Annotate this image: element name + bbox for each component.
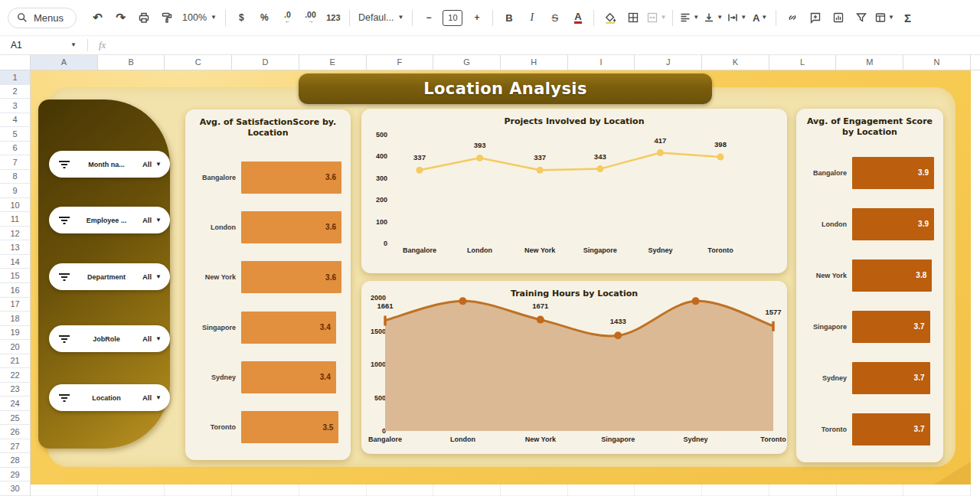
dashboard-canvas: Location Analysis Month na...All▼Employe…: [31, 70, 971, 485]
text-wrap-button[interactable]: ▼: [725, 8, 748, 28]
slicer-employee[interactable]: Employee ...All▼: [49, 207, 170, 233]
chart-card-training[interactable]: Training Hours by Location 2000150010005…: [361, 281, 787, 454]
row-header-2[interactable]: 2: [0, 85, 31, 100]
horizontal-align-button[interactable]: ▼: [678, 8, 701, 28]
bold-button[interactable]: B: [498, 8, 520, 28]
text-color-button[interactable]: A: [567, 8, 589, 28]
functions-button[interactable]: Σ: [897, 8, 919, 28]
column-header-L[interactable]: L: [769, 55, 837, 70]
italic-button[interactable]: I: [521, 8, 543, 28]
svg-text:1671: 1671: [532, 302, 549, 310]
font-family-select[interactable]: Defaul... ▼: [354, 8, 407, 28]
row-header-13[interactable]: 13: [0, 240, 31, 255]
chart-card-satisfaction[interactable]: Avg. of SatisfactionScore by. Location B…: [185, 109, 351, 460]
row-header-8[interactable]: 8: [0, 170, 31, 184]
row-header-29[interactable]: 29: [0, 468, 31, 482]
text-rotation-button[interactable]: A ▼: [749, 8, 771, 28]
formula-input[interactable]: [106, 36, 980, 54]
print-button[interactable]: [132, 8, 155, 28]
row-header-17[interactable]: 17: [0, 298, 31, 312]
row-header-9[interactable]: 9: [0, 184, 31, 198]
row-header-19[interactable]: 19: [0, 326, 31, 341]
column-header-A[interactable]: A: [31, 55, 98, 70]
zoom-control[interactable]: 100% ▼: [178, 8, 220, 28]
row-header-12[interactable]: 12: [0, 227, 31, 241]
column-header-D[interactable]: D: [232, 55, 299, 70]
row-header-5[interactable]: 5: [0, 127, 31, 142]
chart-card-projects[interactable]: Projects Involved by Location 5004003002…: [361, 109, 787, 273]
column-header-B[interactable]: B: [98, 55, 165, 70]
vertical-align-button[interactable]: ▼: [701, 8, 724, 28]
row-header-30[interactable]: 30: [0, 481, 31, 496]
divider: [349, 10, 350, 26]
font-size-input[interactable]: 10: [443, 10, 462, 26]
format-percent-button[interactable]: %: [253, 8, 276, 28]
strikethrough-button[interactable]: S: [544, 8, 566, 28]
decrease-decimal-button[interactable]: .0←: [276, 8, 299, 28]
undo-button[interactable]: ↶: [87, 8, 109, 28]
svg-text:100: 100: [376, 218, 387, 226]
decrease-font-size-button[interactable]: −: [417, 8, 439, 28]
column-header-M[interactable]: M: [836, 55, 903, 70]
row-header-11[interactable]: 11: [0, 212, 31, 227]
row-header-10[interactable]: 10: [0, 198, 31, 213]
paint-format-button[interactable]: [155, 8, 178, 28]
merge-cells-button[interactable]: ▼: [645, 8, 668, 28]
row-header-26[interactable]: 26: [0, 425, 31, 439]
row-header-27[interactable]: 27: [0, 439, 31, 454]
borders-button[interactable]: [622, 8, 644, 28]
name-box[interactable]: A1 ▼: [0, 40, 83, 51]
slicer-department[interactable]: DepartmentAll▼: [49, 263, 170, 290]
insert-link-button[interactable]: [781, 8, 803, 28]
fill-color-button[interactable]: [599, 8, 621, 28]
column-header-H[interactable]: H: [501, 55, 568, 70]
redo-button[interactable]: ↷: [109, 8, 132, 28]
text-rotation-icon: A: [753, 12, 760, 24]
slicer-location[interactable]: LocationAll▼: [49, 384, 170, 411]
row-header-23[interactable]: 23: [0, 383, 31, 397]
column-header-I[interactable]: I: [568, 55, 635, 70]
slicer-jobrole[interactable]: JobRoleAll▼: [49, 325, 170, 352]
slicer-value: All: [142, 393, 152, 402]
bar-row: New York3.8: [804, 250, 934, 301]
row-header-24[interactable]: 24: [0, 396, 31, 411]
more-formats-button[interactable]: 123: [322, 8, 345, 28]
column-header-F[interactable]: F: [367, 55, 434, 70]
row-header-3[interactable]: 3: [0, 99, 31, 113]
column-header-J[interactable]: J: [635, 55, 702, 70]
row-header-4[interactable]: 4: [0, 113, 31, 128]
increase-font-size-button[interactable]: +: [466, 8, 488, 28]
select-all-corner[interactable]: [0, 55, 31, 70]
svg-text:London: London: [450, 436, 475, 443]
row-header-28[interactable]: 28: [0, 453, 31, 468]
column-header-C[interactable]: C: [165, 55, 232, 70]
column-header-N[interactable]: N: [903, 55, 971, 70]
column-header-G[interactable]: G: [433, 55, 501, 70]
row-header-6[interactable]: 6: [0, 142, 31, 156]
bar: 3.6: [241, 261, 341, 293]
row-header-20[interactable]: 20: [0, 340, 31, 354]
column-header-E[interactable]: E: [299, 55, 367, 70]
row-header-21[interactable]: 21: [0, 354, 31, 369]
chart-card-engagement[interactable]: Avg. of Engagement Score by Location Ban…: [796, 109, 943, 462]
increase-decimal-button[interactable]: .00→: [299, 8, 322, 28]
bar: 3.7: [852, 311, 930, 343]
slicer-monthna[interactable]: Month na...All▼: [49, 151, 170, 178]
create-filter-button[interactable]: [850, 8, 872, 28]
menus-search-button[interactable]: Menus: [8, 8, 77, 28]
row-header-22[interactable]: 22: [0, 368, 31, 383]
row-header-1[interactable]: 1: [0, 70, 31, 85]
svg-text:Bangalore: Bangalore: [403, 246, 436, 254]
row-header-18[interactable]: 18: [0, 312, 31, 326]
row-header-7[interactable]: 7: [0, 155, 31, 170]
row-header-15[interactable]: 15: [0, 269, 31, 283]
format-currency-button[interactable]: $: [230, 8, 253, 28]
table-views-button[interactable]: ▼: [873, 8, 896, 28]
row-header-25[interactable]: 25: [0, 411, 31, 426]
row-header-16[interactable]: 16: [0, 283, 31, 298]
training-area-chart: 20001500100050001661BangaloreLondon1671N…: [369, 295, 779, 448]
row-header-14[interactable]: 14: [0, 255, 31, 269]
insert-comment-button[interactable]: [804, 8, 826, 28]
column-header-K[interactable]: K: [702, 55, 769, 70]
insert-chart-button[interactable]: [827, 8, 849, 28]
